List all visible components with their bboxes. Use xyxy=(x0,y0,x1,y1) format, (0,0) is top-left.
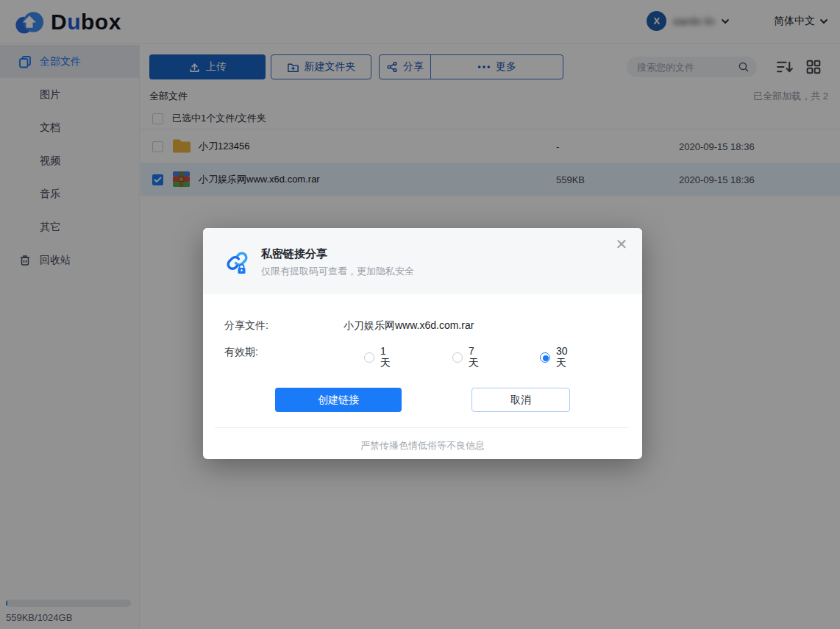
dialog-warning-text: 严禁传播色情低俗等不良信息 xyxy=(203,439,642,452)
private-link-icon xyxy=(224,247,253,277)
radio-7days[interactable]: 7天 xyxy=(452,345,479,370)
cancel-button[interactable]: 取消 xyxy=(471,388,570,412)
validity-row: 有效期: 1天 7天 30天 xyxy=(224,346,258,359)
radio-circle[interactable] xyxy=(540,352,550,363)
share-dialog: 私密链接分享 仅限有提取码可查看，更加隐私安全 ✕ 分享文件: 小刀娱乐网www… xyxy=(203,228,642,459)
close-icon[interactable]: ✕ xyxy=(613,235,630,253)
radio-label: 1天 xyxy=(380,345,391,370)
radio-label: 7天 xyxy=(469,345,479,370)
radio-label: 30天 xyxy=(556,345,568,370)
radio-circle[interactable] xyxy=(364,352,374,363)
create-link-button[interactable]: 创建链接 xyxy=(275,388,402,412)
share-file-label: 分享文件: xyxy=(224,319,268,331)
radio-1day[interactable]: 1天 xyxy=(364,345,391,370)
dialog-subtitle: 仅限有提取码可查看，更加隐私安全 xyxy=(261,265,414,278)
radio-30days[interactable]: 30天 xyxy=(540,345,568,370)
share-file-value: 小刀娱乐网www.x6d.com.rar xyxy=(344,319,623,333)
validity-label: 有效期: xyxy=(224,346,258,358)
radio-circle[interactable] xyxy=(452,352,463,363)
share-file-row: 分享文件: 小刀娱乐网www.x6d.com.rar xyxy=(224,319,268,333)
share-dialog-header: 私密链接分享 仅限有提取码可查看，更加隐私安全 ✕ xyxy=(203,228,642,294)
dialog-title: 私密链接分享 xyxy=(261,247,327,261)
dialog-divider xyxy=(215,427,628,428)
